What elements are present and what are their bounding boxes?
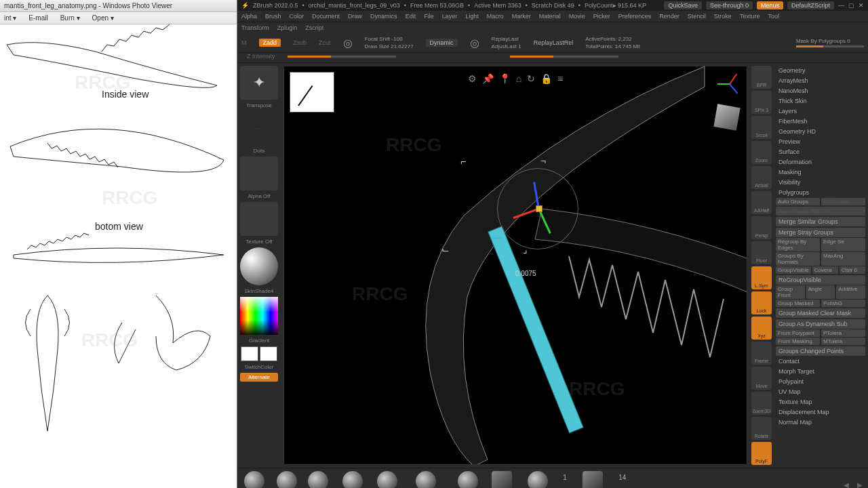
menu-brush[interactable]: Brush <box>265 13 281 20</box>
swatch-main[interactable] <box>241 346 258 361</box>
switchcolor-label[interactable]: SwitchColor <box>245 364 274 370</box>
angle-field[interactable]: Angle <box>806 285 835 299</box>
menu-macro[interactable]: Macro <box>487 13 504 20</box>
close-icon[interactable]: ✕ <box>859 2 864 9</box>
panel-geometry[interactable]: Geometry <box>776 66 865 75</box>
menu-material[interactable]: Material <box>539 13 561 20</box>
zintensity-label[interactable]: Z Intensity <box>247 53 275 60</box>
maxang-field[interactable]: MaxAng <box>821 252 865 266</box>
quicksave-button[interactable]: QuickSave <box>664 1 702 9</box>
panel-preview[interactable]: Preview <box>776 137 865 146</box>
mode-m[interactable]: M <box>241 39 247 46</box>
menu-document[interactable]: Document <box>312 13 340 20</box>
coverag-field[interactable]: Covera <box>812 266 838 274</box>
bpr-button[interactable]: BPR <box>751 66 772 89</box>
menu-movie[interactable]: Movie <box>569 13 585 20</box>
floor-button[interactable]: Floor <box>751 241 772 264</box>
panel-surface[interactable]: Surface <box>776 147 865 157</box>
shelf-chevron-right-icon[interactable]: ▶ <box>857 481 863 488</box>
replaylast-label[interactable]: ReplayLast <box>492 36 521 42</box>
maskpoly-label[interactable]: Mask By Polygroups 0 <box>796 38 864 44</box>
scroll-button[interactable]: Scroll <box>751 116 772 139</box>
alternate-button[interactable]: Alternate <box>240 373 278 382</box>
panel-visibility[interactable]: Visibility <box>776 178 865 187</box>
polishg-field[interactable]: PolishG <box>821 300 865 307</box>
brush-skclayfill[interactable]: SK_ClayFill <box>454 471 482 488</box>
pv-menu-burn[interactable]: Burn ▾ <box>60 14 80 22</box>
min-icon[interactable]: — <box>838 2 844 9</box>
pv-menu-print[interactable]: int ▾ <box>4 14 16 22</box>
panel-texturemap[interactable]: Texture Map <box>776 397 865 407</box>
zsub-button[interactable]: Zsub <box>293 39 307 46</box>
adjustlast-label[interactable]: AdjustLast 1 <box>492 43 521 49</box>
menu-preferences[interactable]: Preferences <box>618 13 652 20</box>
frommasking-button[interactable]: From Masking <box>776 338 820 345</box>
regroupedges-button[interactable]: Regroup By Edges <box>776 238 820 251</box>
texture-slot[interactable] <box>240 202 278 236</box>
transform-gizmo[interactable] <box>497 168 578 249</box>
pv-image-area[interactable]: Inside view botom view RRCG RRCG RRCG <box>0 24 237 488</box>
brush-move[interactable]: Move <box>377 471 397 488</box>
panel-normalmap[interactable]: Normal Map <box>776 418 865 427</box>
zoom-button[interactable]: Zoom <box>751 141 772 164</box>
mtolera-field[interactable]: MTolera <box>821 338 865 345</box>
groupmasked-button[interactable]: Group Masked <box>776 300 820 307</box>
menu-transform[interactable]: Transform <box>241 24 269 31</box>
groupschanged-button[interactable]: Groups Changed Points <box>776 346 865 356</box>
brush-skformsoft[interactable]: SK_FormSoft <box>336 471 369 488</box>
menu-edit[interactable]: Edit <box>406 13 416 20</box>
pv-menu-email[interactable]: E-mail <box>28 14 47 22</box>
menu-file[interactable]: File <box>424 13 434 20</box>
gradient-label[interactable]: Gradient <box>249 338 270 344</box>
lsym-button[interactable]: L.Sym <box>751 266 772 289</box>
menu-dynamics[interactable]: Dynamics <box>370 13 397 20</box>
gizmo-center-icon[interactable] <box>536 205 542 212</box>
panel-polygroups[interactable]: Polygroups <box>776 188 865 197</box>
rotate-button[interactable]: Rotate <box>751 417 772 440</box>
menu-marker[interactable]: Marker <box>512 13 531 20</box>
drawsize-label[interactable]: Draw Size 21.62277 <box>365 43 414 49</box>
brush-movetopologica[interactable]: Move Topologica <box>406 471 446 488</box>
clstr-field[interactable]: Clstr 0 <box>840 266 865 274</box>
mergestray-button[interactable]: Merge Stray Groups <box>776 228 865 237</box>
brush-immprimitives[interactable]: IMM Primitives <box>575 471 610 488</box>
gyro-icon[interactable]: ◎ <box>343 37 353 49</box>
defaultzscript-button[interactable]: DefaultZScript <box>787 1 834 9</box>
menu-color[interactable]: Color <box>290 13 304 20</box>
brush-skcloth[interactable]: SK_Cloth <box>243 471 266 488</box>
adjustlast-slider[interactable] <box>510 56 618 58</box>
brush-inflat[interactable]: Inflat <box>308 471 328 488</box>
brush-claytubes[interactable]: ClayTubes <box>274 471 300 488</box>
groupvisible-button[interactable]: GroupVisible <box>776 266 811 274</box>
swatch-secondary[interactable] <box>260 346 277 361</box>
material-sphere[interactable] <box>240 247 278 285</box>
dynamic-button[interactable]: Dynamic <box>426 39 458 47</box>
frame-button[interactable]: Frame <box>751 342 772 365</box>
menu-texture[interactable]: Texture <box>740 13 760 20</box>
zcut-button[interactable]: Zcut <box>319 39 331 46</box>
panel-masking[interactable]: Masking <box>776 167 865 177</box>
panel-geometryhd[interactable]: Geometry HD <box>776 127 865 136</box>
panel-arraymesh[interactable]: ArrayMesh <box>776 76 865 85</box>
lock-button[interactable]: Lock <box>751 291 772 314</box>
panel-contact[interactable]: Contact <box>776 357 865 366</box>
zoom3d-button[interactable]: Zoom3D <box>751 392 772 415</box>
panel-uvmap[interactable]: UV Map <box>776 387 865 396</box>
panel-morphtarget[interactable]: Morph Target <box>776 367 865 376</box>
color-picker[interactable] <box>240 297 278 335</box>
brush-damstandard[interactable]: DamStandard <box>521 471 555 488</box>
panel-polypaint[interactable]: Polypaint <box>776 377 865 386</box>
aahalf-button[interactable]: AAHalf <box>751 191 772 214</box>
uvgroups-button[interactable]: Uv Groups <box>821 198 865 205</box>
seethrough-slider[interactable]: See-through 0 <box>706 1 753 9</box>
alpha-slot[interactable] <box>240 157 278 190</box>
autogroups-button[interactable]: Auto Groups <box>776 198 820 205</box>
ptolera-field[interactable]: PTolera <box>821 329 865 337</box>
menu-zplugin[interactable]: Zplugin <box>277 24 298 31</box>
persp-button[interactable]: Persp <box>751 216 772 239</box>
menu-zscript[interactable]: Zscript <box>305 24 323 31</box>
maskpoly-slider[interactable] <box>796 45 864 47</box>
groupfront-button[interactable]: Group Front <box>776 285 805 299</box>
xyz-button[interactable]: Xyz <box>751 317 772 340</box>
regroupvisible-button[interactable]: ReGroupVisible <box>776 275 865 285</box>
